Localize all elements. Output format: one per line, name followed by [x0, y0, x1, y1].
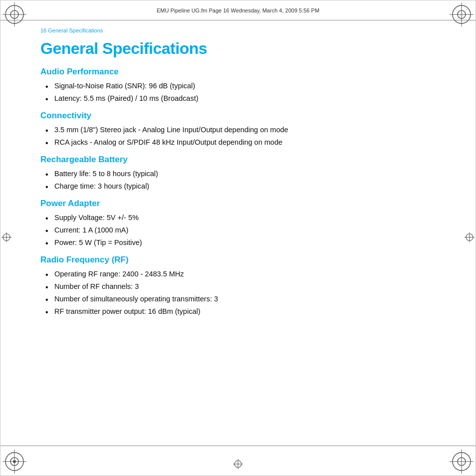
bullet-list-audio-performance: Signal-to-Noise Ratio (SNR): 96 dB (typi… — [40, 81, 436, 104]
bullet-list-rechargeable-battery: Battery life: 5 to 8 hours (typical)Char… — [40, 169, 436, 192]
section-heading-audio-performance: Audio Performance — [40, 67, 436, 77]
content-area: 16 General Specifications General Specif… — [30, 20, 446, 446]
bottom-border — [0, 446, 476, 476]
header-text: EMU Pipeline UG.fm Page 16 Wednesday, Ma… — [157, 7, 319, 13]
bullet-list-radio-frequency: Operating RF range: 2400 - 2483.5 MHzNum… — [40, 269, 436, 317]
section-heading-rechargeable-battery: Rechargeable Battery — [40, 155, 436, 165]
list-item: 3.5 mm (1/8") Stereo jack - Analog Line … — [44, 125, 436, 135]
bullet-list-connectivity: 3.5 mm (1/8") Stereo jack - Analog Line … — [40, 125, 436, 148]
page-wrapper: EMU Pipeline UG.fm Page 16 Wednesday, Ma… — [0, 0, 476, 476]
list-item: Operating RF range: 2400 - 2483.5 MHz — [44, 269, 436, 279]
sections-container: Audio PerformanceSignal-to-Noise Ratio (… — [40, 67, 436, 317]
tick-left-mid — [1, 233, 11, 244]
section-heading-radio-frequency: Radio Frequency (RF) — [40, 255, 436, 265]
section-heading-connectivity: Connectivity — [40, 111, 436, 121]
list-item: Latency: 5.5 ms (Paired) / 10 ms (Broadc… — [44, 93, 436, 104]
list-item: Battery life: 5 to 8 hours (typical) — [44, 169, 436, 179]
breadcrumb: 16 General Specifications — [40, 27, 436, 33]
list-item: Number of RF channels: 3 — [44, 281, 436, 292]
list-item: Charge time: 3 hours (typical) — [44, 181, 436, 192]
section-heading-power-adapter: Power Adapter — [40, 199, 436, 209]
bullet-list-power-adapter: Supply Voltage: 5V +/- 5%Current: 1 A (1… — [40, 213, 436, 248]
list-item: RCA jacks - Analog or S/PDIF 48 kHz Inpu… — [44, 137, 436, 148]
corner-mark-tr — [450, 2, 474, 26]
list-item: Number of simultaneously operating trans… — [44, 294, 436, 304]
corner-mark-tl — [2, 2, 26, 26]
page-header: EMU Pipeline UG.fm Page 16 Wednesday, Ma… — [0, 0, 476, 20]
list-item: Current: 1 A (1000 mA) — [44, 225, 436, 236]
page-title: General Specifications — [40, 39, 436, 58]
tick-right-mid — [465, 233, 475, 244]
list-item: Supply Voltage: 5V +/- 5% — [44, 213, 436, 223]
list-item: RF transmitter power output: 16 dBm (typ… — [44, 306, 436, 317]
list-item: Power: 5 W (Tip = Positive) — [44, 238, 436, 248]
list-item: Signal-to-Noise Ratio (SNR): 96 dB (typi… — [44, 81, 436, 91]
